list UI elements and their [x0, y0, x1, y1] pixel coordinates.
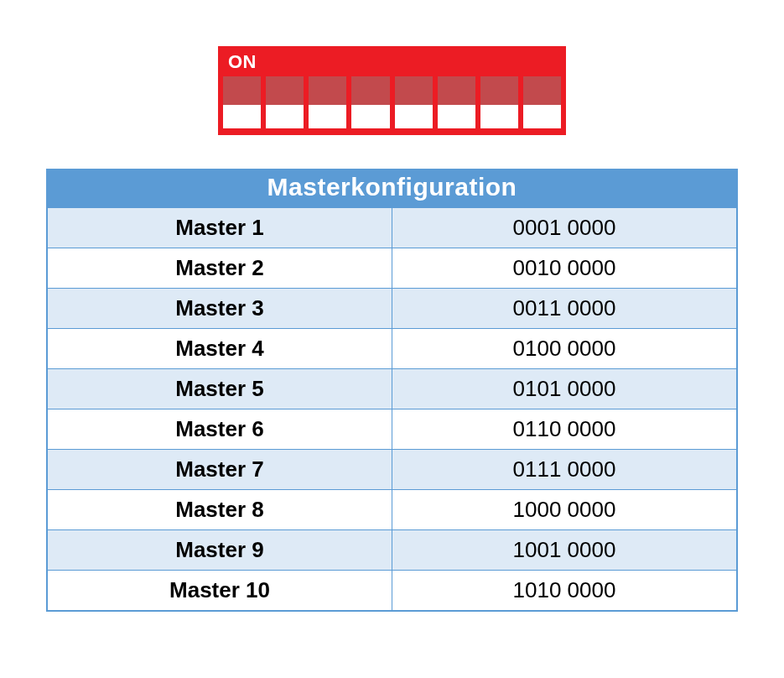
master-value: 0010 0000 — [392, 248, 738, 289]
master-name: Master 4 — [47, 329, 392, 369]
dip-switch-row — [223, 76, 561, 128]
table-body: Master 10001 0000Master 20010 0000Master… — [47, 207, 737, 611]
master-name: Master 6 — [47, 409, 392, 450]
master-config-table: Masterkonfiguration Master 10001 0000Mas… — [46, 169, 738, 612]
table-row: Master 30011 0000 — [47, 289, 737, 329]
master-name: Master 5 — [47, 369, 392, 409]
master-value: 0011 0000 — [392, 289, 738, 329]
dip-switch-slider — [266, 76, 304, 105]
master-value: 0111 0000 — [392, 450, 738, 490]
dip-switch[interactable] — [438, 76, 475, 128]
dip-on-label: ON — [223, 51, 561, 76]
master-name: Master 9 — [47, 530, 392, 571]
master-name: Master 7 — [47, 450, 392, 490]
table-row: Master 60110 0000 — [47, 409, 737, 450]
table-row: Master 101010 0000 — [47, 571, 737, 612]
master-value: 0101 0000 — [392, 369, 738, 409]
dip-switch-slider — [223, 76, 261, 105]
master-value: 1000 0000 — [392, 490, 738, 530]
dip-switch-slider — [309, 76, 346, 105]
dip-switch-slider — [351, 76, 389, 105]
master-value: 0100 0000 — [392, 329, 738, 369]
table-row: Master 81000 0000 — [47, 490, 737, 530]
dip-switch[interactable] — [351, 76, 389, 128]
table-row: Master 20010 0000 — [47, 248, 737, 289]
master-value: 0110 0000 — [392, 409, 738, 450]
master-name: Master 1 — [47, 207, 392, 248]
dip-switch[interactable] — [223, 76, 261, 128]
dip-switch-block: ON — [218, 46, 566, 135]
dip-switch[interactable] — [480, 76, 518, 128]
master-name: Master 3 — [47, 289, 392, 329]
table-row: Master 50101 0000 — [47, 369, 737, 409]
master-value: 0001 0000 — [392, 207, 738, 248]
master-name: Master 2 — [47, 248, 392, 289]
master-value: 1001 0000 — [392, 530, 738, 571]
dip-switch[interactable] — [523, 76, 561, 128]
dip-switch[interactable] — [309, 76, 346, 128]
dip-switch[interactable] — [266, 76, 304, 128]
table-row: Master 91001 0000 — [47, 530, 737, 571]
table-row: Master 10001 0000 — [47, 207, 737, 248]
table-row: Master 40100 0000 — [47, 329, 737, 369]
dip-switch-slider — [523, 76, 561, 105]
dip-switch-slider — [438, 76, 475, 105]
master-value: 1010 0000 — [392, 571, 738, 612]
table-row: Master 70111 0000 — [47, 450, 737, 490]
master-name: Master 10 — [47, 571, 392, 612]
dip-switch-slider — [480, 76, 518, 105]
dip-switch-slider — [395, 76, 433, 105]
table-title: Masterkonfiguration — [47, 170, 737, 207]
master-name: Master 8 — [47, 490, 392, 530]
dip-switch[interactable] — [395, 76, 433, 128]
